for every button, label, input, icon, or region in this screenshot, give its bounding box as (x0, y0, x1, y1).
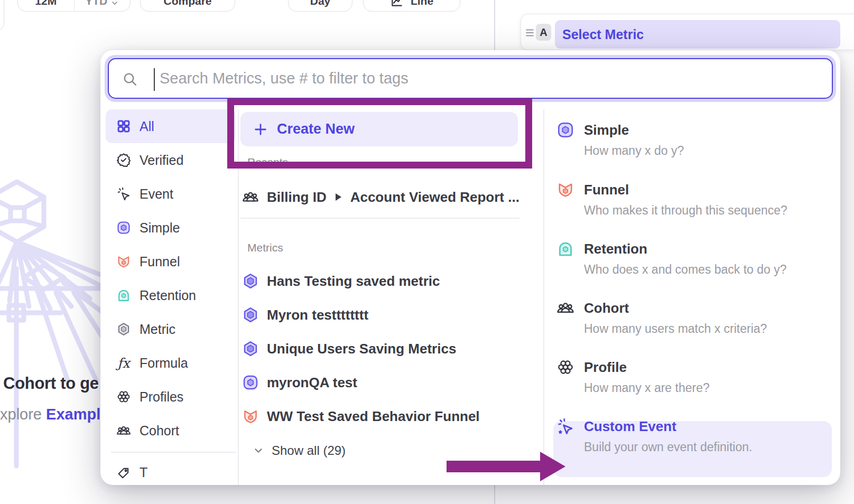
type-funnel[interactable]: Funnel Who makes it through this sequenc… (556, 181, 831, 218)
caret-right-icon (336, 193, 341, 201)
funnel-icon (556, 181, 574, 199)
metric-list-item[interactable]: Unique Users Saving Metrics (242, 334, 456, 363)
select-metric-field[interactable]: Select Metric (555, 20, 840, 49)
annotation-arrow-shaft (447, 461, 542, 472)
sidebar-item-retention[interactable]: Retention (106, 278, 236, 312)
metric-row-card: A Select Metric (521, 14, 854, 50)
sidebar-item-label: Funnel (140, 254, 180, 269)
type-name: Custom Event (584, 418, 676, 435)
type-desc: Who does x and comes back to do y? (584, 263, 831, 277)
sidebar-item-verified[interactable]: Verified (106, 143, 236, 177)
grid-icon (116, 119, 131, 134)
sidebar-divider (111, 452, 236, 453)
annotation-rectangle (227, 98, 532, 169)
type-desc: How many x are there? (584, 381, 831, 395)
app-screen: r Cohort to ge xplore Example B 12M YTD … (0, 0, 854, 504)
sidebar-item-label: Verified (140, 153, 183, 168)
type-desc: Build your own event definition. (584, 440, 831, 454)
sidebar-item-label: All (140, 119, 154, 134)
saved-metric-hexagon-icon (242, 340, 259, 357)
sidebar-item-profiles[interactable]: Profiles (106, 380, 236, 414)
sidebar-item-label: Formula (140, 356, 188, 371)
tag-icon (116, 465, 131, 480)
cohort-people-icon (242, 189, 259, 206)
range-12m-label: 12M (35, 0, 57, 7)
metric-list-item[interactable]: WW Test Saved Behavior Funnel (242, 402, 480, 431)
type-cohort[interactable]: Cohort How many users match x criteria? (556, 299, 831, 336)
sidebar-item-label: Metric (140, 322, 175, 337)
range-ytd-label: YTD (85, 0, 107, 7)
type-name: Simple (584, 122, 629, 138)
series-letter-badge: A (536, 24, 551, 41)
sidebar-item-simple[interactable]: Simple (106, 211, 236, 245)
search-input[interactable] (109, 59, 832, 98)
sidebar-item-label: T (140, 465, 147, 480)
event-cursor-icon (116, 186, 131, 201)
sidebar-item-label: Simple (140, 220, 180, 236)
metric-list-item[interactable]: Hans Testing saved metric (242, 266, 440, 296)
cohort-people-icon (556, 299, 574, 317)
annotation-arrow-head (540, 452, 565, 481)
type-profile[interactable]: Profile How many x are there? (556, 358, 831, 395)
metric-item-label: Myron testttttttt (267, 307, 368, 323)
sidebar-item-formula[interactable]: ƒx Formula (106, 346, 236, 380)
recent-item-billing[interactable]: Billing ID Account Viewed Report ... (242, 182, 519, 212)
search-halo (105, 55, 836, 102)
column-divider-right (543, 109, 544, 485)
profiles-cluster-icon (556, 358, 574, 376)
metric-list-item[interactable]: Myron testttttttt (242, 300, 368, 330)
range-12m-button[interactable]: 12M (18, 0, 74, 11)
sidebar-item-label: Retention (140, 288, 196, 303)
sidebar-item-partial[interactable]: T (106, 456, 236, 486)
recent-item-secondary: Account Viewed Report ... (350, 189, 519, 206)
metrics-heading: Metrics (247, 241, 283, 254)
type-desc: Who makes it through this sequence? (584, 203, 831, 218)
funnel-icon (242, 408, 259, 425)
formula-icon: ƒx (116, 356, 131, 371)
line-chart-icon (390, 0, 404, 8)
show-all-button[interactable]: Show all (29) (253, 440, 346, 462)
funnel-icon (116, 254, 131, 269)
type-name: Profile (584, 359, 627, 376)
type-retention[interactable]: Retention Who does x and comes back to d… (556, 240, 831, 277)
saved-metric-hexagon-icon (242, 273, 259, 290)
panel-divider-top (494, 0, 495, 50)
sidebar-item-event[interactable]: Event (106, 177, 236, 211)
sidebar-item-funnel[interactable]: Funnel (106, 245, 236, 278)
recent-item-primary: Billing ID (267, 189, 327, 206)
sidebar-item-all[interactable]: All (106, 109, 236, 143)
type-name: Funnel (584, 182, 629, 198)
sidebar-item-label: Event (140, 186, 173, 202)
sidebar-item-cohort[interactable]: Cohort (106, 414, 236, 447)
simple-metric-icon (556, 121, 574, 139)
type-desc: How many x do y? (584, 144, 831, 158)
type-simple[interactable]: Simple How many x do y? (556, 121, 831, 158)
type-custom-event[interactable]: Custom Event Build your own event defini… (556, 417, 831, 454)
metric-item-label: Hans Testing saved metric (267, 273, 440, 290)
metric-item-label: WW Test Saved Behavior Funnel (267, 408, 480, 425)
metric-item-label: myronQA test (267, 375, 357, 391)
sidebar-item-metric[interactable]: Metric (106, 312, 236, 346)
cohort-people-icon (116, 423, 131, 438)
explore-prefix: xplore (0, 406, 46, 423)
simple-metric-icon (116, 220, 131, 235)
line-chart-type-button[interactable]: Line (363, 0, 460, 12)
type-name: Cohort (584, 300, 629, 316)
retention-icon (116, 288, 131, 303)
chevron-down-icon (253, 445, 264, 456)
retention-icon (556, 240, 574, 258)
partial-toolbar-button[interactable] (0, 0, 4, 31)
sidebar-item-label: Cohort (140, 423, 179, 438)
drag-handle-icon[interactable] (525, 28, 534, 38)
sidebar-item-label: Profiles (140, 389, 183, 405)
day-button[interactable]: Day (288, 0, 352, 12)
wireframe-illustration (0, 174, 103, 491)
verified-badge-icon (116, 153, 131, 167)
compare-label: Compare (163, 0, 211, 7)
metric-list-item[interactable]: myronQA test (242, 368, 357, 397)
chevron-down-icon (110, 0, 119, 7)
range-ytd-button[interactable]: YTD (74, 0, 131, 11)
compare-button[interactable]: Compare (140, 0, 235, 12)
profiles-cluster-icon (116, 389, 131, 404)
search-box (108, 58, 833, 99)
